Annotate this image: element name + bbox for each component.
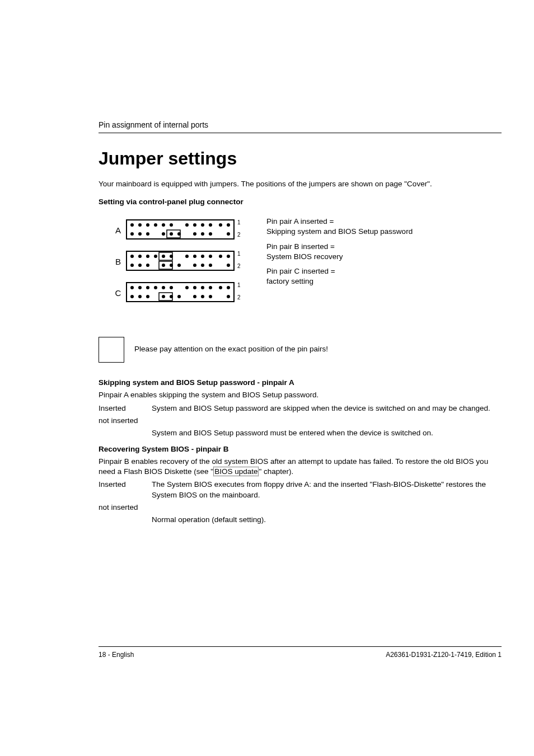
svg-point-19: [193, 232, 196, 236]
jumper-diagram: A: [99, 217, 266, 317]
svg-point-66: [209, 286, 212, 289]
svg-point-63: [185, 286, 189, 289]
section-b-paragraph: Pinpair B enables recovery of the old sy…: [99, 457, 502, 476]
svg-point-59: [146, 286, 149, 289]
svg-text:2: 2: [237, 263, 241, 269]
svg-rect-56: [127, 283, 234, 302]
svg-point-11: [209, 223, 212, 227]
section-a-inserted-label: Inserted: [99, 403, 152, 414]
svg-point-17: [162, 232, 165, 236]
svg-point-30: [138, 255, 142, 258]
svg-point-58: [138, 286, 142, 289]
page-title: Jumper settings: [99, 148, 502, 169]
svg-point-42: [138, 264, 142, 267]
svg-point-6: [162, 223, 165, 227]
desc-b-line2: System BIOS recovery: [266, 252, 343, 261]
svg-point-8: [185, 223, 189, 227]
svg-point-69: [130, 295, 134, 298]
svg-text:2: 2: [237, 294, 241, 300]
section-b-para-suffix: " chapter).: [259, 467, 293, 476]
svg-point-22: [227, 232, 230, 236]
svg-point-46: [193, 264, 196, 267]
svg-point-29: [130, 255, 134, 258]
setting-header: Setting via control-panel plug connector: [99, 197, 502, 207]
svg-point-41: [130, 264, 134, 267]
svg-point-68: [227, 286, 230, 289]
svg-point-62: [170, 286, 173, 289]
svg-point-61: [162, 286, 165, 289]
desc-a-line1: Pin pair A inserted =: [266, 217, 334, 226]
svg-text:C: C: [115, 288, 121, 298]
svg-point-20: [201, 232, 204, 236]
footer-rule: [99, 646, 502, 647]
svg-text:1: 1: [237, 282, 241, 288]
svg-point-79: [162, 295, 165, 298]
svg-point-12: [219, 223, 222, 227]
svg-text:2: 2: [237, 232, 241, 238]
section-b-inserted-text: The System BIOS executes from floppy dri…: [152, 480, 502, 500]
section-a-heading: Skipping system and BIOS Setup password …: [99, 378, 502, 387]
intro-paragraph: Your mainboard is equipped with jumpers.…: [99, 179, 502, 189]
section-a-paragraph: Pinpair A enables skipping the system an…: [99, 390, 502, 400]
svg-point-16: [146, 232, 149, 236]
svg-point-36: [193, 255, 196, 258]
svg-text:A: A: [115, 226, 121, 235]
footer-left: 18 - English: [99, 651, 134, 659]
svg-point-52: [162, 264, 165, 267]
svg-point-21: [209, 232, 212, 236]
svg-point-18: [170, 232, 173, 236]
svg-point-76: [209, 295, 212, 298]
svg-point-32: [154, 255, 157, 258]
svg-point-38: [209, 255, 212, 258]
note-text: Please pay attention on the exact positi…: [124, 337, 328, 353]
svg-text:B: B: [115, 257, 121, 266]
svg-point-10: [201, 223, 204, 227]
svg-point-45: [177, 264, 181, 267]
svg-point-73: [177, 295, 181, 298]
svg-point-43: [146, 264, 149, 267]
section-b-notinserted-label: not inserted: [99, 503, 152, 513]
svg-point-47: [201, 264, 204, 267]
section-b-inserted-label: Inserted: [99, 480, 152, 500]
section-a-notinserted-text: System and BIOS Setup password must be e…: [152, 428, 502, 438]
svg-point-3: [138, 223, 142, 227]
svg-point-9: [193, 223, 196, 227]
svg-point-5: [154, 223, 157, 227]
svg-point-70: [138, 295, 142, 298]
svg-point-57: [130, 286, 134, 289]
svg-point-24: [177, 232, 181, 236]
svg-point-75: [201, 295, 204, 298]
svg-point-48: [209, 264, 212, 267]
bios-update-link[interactable]: BIOS update: [213, 467, 259, 476]
svg-point-37: [201, 255, 204, 258]
note-icon-box: [99, 337, 124, 363]
svg-point-65: [201, 286, 204, 289]
svg-point-71: [146, 295, 149, 298]
section-a-inserted-text: System and BIOS Setup password are skipp…: [152, 403, 502, 414]
svg-point-39: [219, 255, 222, 258]
section-b-notinserted-text: Normal operation (default setting).: [152, 515, 502, 525]
svg-point-33: [162, 255, 165, 258]
desc-a-line2: Skipping system and BIOS Setup password: [266, 227, 413, 236]
svg-point-4: [146, 223, 149, 227]
svg-point-31: [146, 255, 149, 258]
desc-c-line2: factory setting: [266, 277, 313, 285]
section-b-heading: Recovering System BIOS - pinpair B: [99, 445, 502, 453]
svg-point-2: [130, 223, 134, 227]
svg-point-60: [154, 286, 157, 289]
svg-point-49: [227, 264, 230, 267]
svg-point-7: [170, 223, 173, 227]
svg-point-40: [227, 255, 230, 258]
svg-text:1: 1: [237, 219, 241, 226]
svg-point-67: [219, 286, 222, 289]
footer-right: A26361-D1931-Z120-1-7419, Edition 1: [386, 651, 502, 659]
svg-rect-28: [127, 251, 234, 270]
svg-text:1: 1: [237, 251, 241, 257]
desc-b-line1: Pin pair B inserted =: [266, 242, 335, 251]
desc-c-line1: Pin pair C inserted =: [266, 267, 335, 275]
svg-point-77: [227, 295, 230, 298]
svg-point-14: [130, 232, 134, 236]
svg-point-15: [138, 232, 142, 236]
section-a-notinserted-label: not inserted: [99, 416, 152, 426]
svg-point-64: [193, 286, 196, 289]
